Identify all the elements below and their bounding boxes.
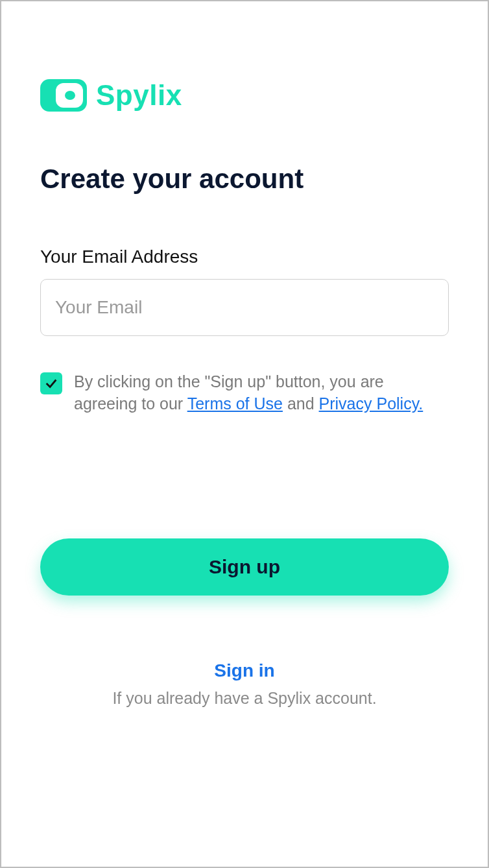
email-label: Your Email Address	[40, 247, 449, 267]
signin-link[interactable]: Sign in	[40, 660, 449, 681]
terms-link[interactable]: Terms of Use	[187, 394, 283, 413]
signin-subtext: If you already have a Spylix account.	[40, 689, 449, 708]
signup-screen: Spylix Create your account Your Email Ad…	[0, 0, 489, 868]
agreement-and: and	[287, 394, 319, 413]
agreement-row: By clicking on the "Sign up" button, you…	[40, 371, 449, 415]
brand-logo-icon	[40, 79, 87, 112]
checkmark-icon	[44, 376, 58, 391]
agreement-text: By clicking on the "Sign up" button, you…	[74, 371, 449, 415]
brand-name: Spylix	[96, 79, 182, 112]
privacy-link[interactable]: Privacy Policy.	[319, 394, 423, 413]
signup-button[interactable]: Sign up	[40, 538, 449, 596]
brand-logo: Spylix	[40, 79, 449, 112]
agreement-checkbox[interactable]	[40, 372, 62, 394]
page-title: Create your account	[40, 163, 449, 195]
email-field[interactable]	[40, 279, 449, 336]
